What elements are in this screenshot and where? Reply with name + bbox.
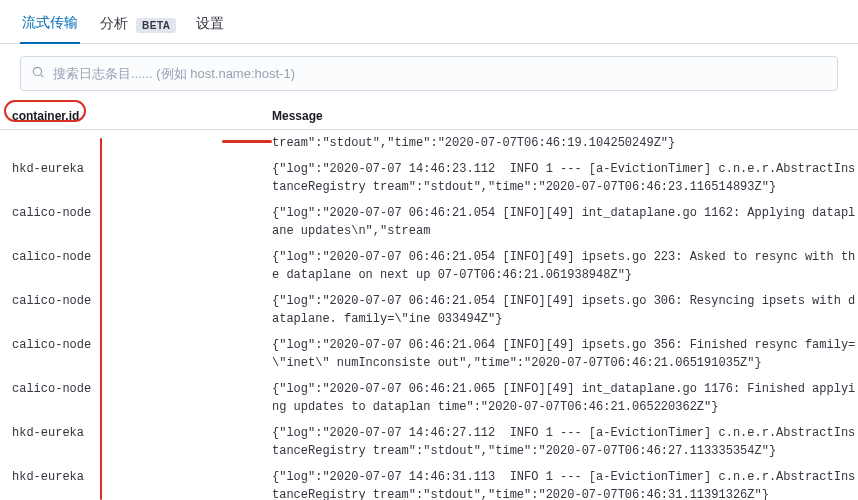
cell-message: {"log":"2020-07-07 06:46:21.064 [INFO][4… (272, 336, 858, 372)
cell-container: hkd-eureka (12, 160, 272, 196)
table-row[interactable]: hkd-eureka {"log":"2020-07-07 14:46:31.1… (0, 464, 858, 500)
table-row[interactable]: calico-node {"log":"2020-07-07 06:46:21.… (0, 332, 858, 376)
table-row[interactable]: calico-node {"log":"2020-07-07 06:46:21.… (0, 244, 858, 288)
cell-container: calico-node (12, 248, 272, 284)
cell-container: hkd-eureka (12, 468, 272, 500)
tab-stream[interactable]: 流式传输 (20, 8, 80, 44)
log-table-body: tream":"stdout","time":"2020-07-07T06:46… (0, 130, 858, 500)
table-row[interactable]: calico-node {"log":"2020-07-07 06:46:21.… (0, 288, 858, 332)
cell-message: {"log":"2020-07-07 06:46:21.054 [INFO][4… (272, 292, 858, 328)
cell-message: {"log":"2020-07-07 06:46:21.054 [INFO][4… (272, 204, 858, 240)
cell-message: {"log":"2020-07-07 06:46:21.054 [INFO][4… (272, 248, 858, 284)
table-row[interactable]: calico-node {"log":"2020-07-07 06:46:21.… (0, 376, 858, 420)
search-bar[interactable] (20, 56, 838, 91)
cell-container: calico-node (12, 380, 272, 416)
table-row[interactable]: hkd-eureka {"log":"2020-07-07 14:46:23.1… (0, 156, 858, 200)
search-icon (31, 65, 45, 82)
beta-badge: BETA (136, 18, 176, 33)
tab-bar: 流式传输 分析 BETA 设置 (0, 0, 858, 44)
header-container-id[interactable]: container.id (12, 109, 272, 123)
cell-container: calico-node (12, 204, 272, 240)
cell-container (12, 134, 272, 152)
tab-settings[interactable]: 设置 (194, 9, 226, 43)
cell-message: {"log":"2020-07-07 06:46:21.065 [INFO][4… (272, 380, 858, 416)
search-input[interactable] (53, 66, 827, 81)
cell-message: {"log":"2020-07-07 14:46:27.112 INFO 1 -… (272, 424, 858, 460)
tab-analysis[interactable]: 分析 (98, 9, 130, 43)
cell-message: {"log":"2020-07-07 14:46:23.112 INFO 1 -… (272, 160, 858, 196)
table-row[interactable]: hkd-eureka {"log":"2020-07-07 14:46:27.1… (0, 420, 858, 464)
svg-point-0 (33, 67, 41, 75)
cell-container: calico-node (12, 336, 272, 372)
header-message[interactable]: Message (272, 109, 858, 123)
cell-container: hkd-eureka (12, 424, 272, 460)
cell-message: {"log":"2020-07-07 14:46:31.113 INFO 1 -… (272, 468, 858, 500)
svg-line-1 (41, 75, 44, 78)
table-header: container.id Message (0, 103, 858, 130)
table-row[interactable]: tream":"stdout","time":"2020-07-07T06:46… (0, 130, 858, 156)
table-row[interactable]: calico-node {"log":"2020-07-07 06:46:21.… (0, 200, 858, 244)
cell-container: calico-node (12, 292, 272, 328)
cell-message: tream":"stdout","time":"2020-07-07T06:46… (272, 134, 858, 152)
